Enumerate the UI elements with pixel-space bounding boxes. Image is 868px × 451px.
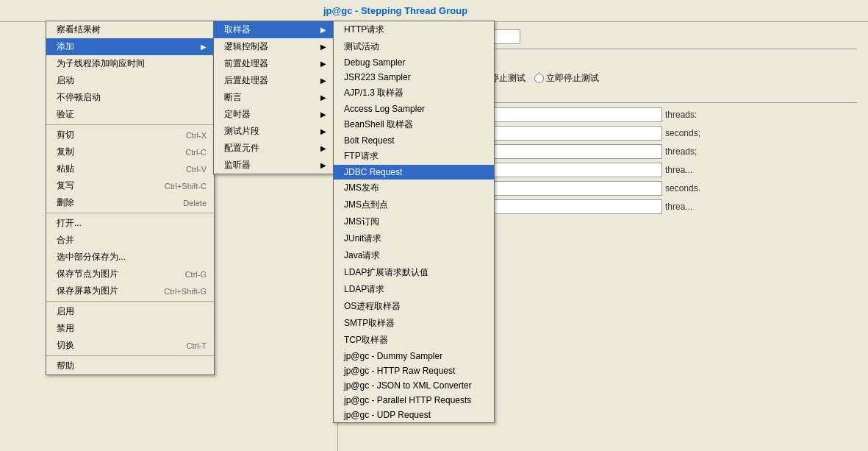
menu-test-activity[interactable]: 测试活动 — [334, 38, 494, 55]
menu-save-selection[interactable]: 选中部分保存为... — [46, 249, 214, 266]
thread-group-title: jp@gc - Stepping Thread Group — [323, 5, 467, 16]
menu-ftp-request[interactable]: FTP请求 — [334, 148, 494, 165]
sep-2 — [46, 213, 214, 213]
menu-config-arrow: ▶ — [320, 144, 326, 152]
param-unit-1: threads: — [665, 110, 697, 120]
menu-ldap-ext[interactable]: LDAP扩展请求默认值 — [334, 264, 494, 281]
menu-sampler-arrow: ▶ — [320, 26, 326, 34]
param-input-5[interactable] — [471, 181, 662, 196]
menu-http-request[interactable]: HTTP请求 — [334, 21, 494, 38]
menu-ajp-sampler[interactable]: AJP/1.3 取样器 — [334, 85, 494, 102]
menu-save-screen[interactable]: 保存屏幕为图片 Ctrl+Shift-G — [46, 283, 214, 299]
menu-json-xml[interactable]: jp@gc - JSON to XML Converter — [334, 378, 494, 393]
menu-ldap-request[interactable]: LDAP请求 — [334, 281, 494, 298]
top-bar: jp@gc - Stepping Thread Group — [0, 0, 868, 22]
menu-pre-processor[interactable]: 前置处理器 ▶ — [214, 55, 334, 72]
menu-post-processor[interactable]: 后置处理器 ▶ — [214, 72, 334, 89]
menu-http-raw[interactable]: jp@gc - HTTP Raw Request — [334, 363, 494, 378]
menu-jms-point[interactable]: JMS点到点 — [334, 196, 494, 213]
param-unit-6: threa... — [665, 202, 692, 212]
menu-sampler[interactable]: 取样器 ▶ — [214, 21, 334, 38]
menu-delete[interactable]: 删除 Delete — [46, 194, 214, 211]
menu-post-arrow: ▶ — [320, 77, 326, 85]
menu-help[interactable]: 帮助 — [46, 358, 214, 374]
sep-4 — [46, 355, 214, 356]
menu-timer[interactable]: 定时器 ▶ — [214, 106, 334, 123]
context-menu-2: 取样器 ▶ 逻辑控制器 ▶ 前置处理器 ▶ 后置处理器 ▶ 断言 ▶ 定时器 ▶… — [213, 21, 334, 174]
menu-no-stop-start[interactable]: 不停顿启动 — [46, 89, 214, 106]
sep-1 — [46, 124, 214, 125]
menu-logic-arrow: ▶ — [320, 43, 326, 51]
param-unit-3: threads; — [665, 146, 697, 157]
menu-view-results[interactable]: 察看结果树 — [46, 21, 214, 38]
param-unit-2: seconds; — [665, 128, 700, 138]
radio-stop-test-now[interactable]: 立即停止测试 — [534, 72, 599, 85]
menu-merge[interactable]: 合并 — [46, 232, 214, 249]
menu-assertion-arrow: ▶ — [320, 93, 326, 102]
menu-pre-arrow: ▶ — [320, 60, 326, 68]
menu-timer-arrow: ▶ — [320, 110, 326, 118]
menu-toggle[interactable]: 切换 Ctrl-T — [46, 337, 214, 354]
menu-assertion[interactable]: 断言 ▶ — [214, 89, 334, 106]
menu-listener-arrow: ▶ — [320, 161, 326, 169]
menu-tcp-sampler[interactable]: TCP取样器 — [334, 332, 494, 349]
param-input-6[interactable] — [471, 199, 662, 214]
menu-debug-sampler[interactable]: Debug Sampler — [334, 55, 494, 70]
sep-3 — [46, 301, 214, 302]
menu-add[interactable]: 添加 ▶ — [46, 38, 214, 55]
menu-smtp-sampler[interactable]: SMTP取样器 — [334, 315, 494, 332]
menu-jsr223-sampler[interactable]: JSR223 Sampler — [334, 70, 494, 85]
menu-os-process[interactable]: OS进程取样器 — [334, 298, 494, 315]
menu-open[interactable]: 打开... — [46, 215, 214, 232]
menu-redo[interactable]: 复写 Ctrl+Shift-C — [46, 177, 214, 194]
param-input-3[interactable] — [471, 144, 662, 159]
menu-junit-request[interactable]: JUnit请求 — [334, 230, 494, 247]
menu-start[interactable]: 启动 — [46, 72, 214, 89]
menu-listener[interactable]: 监听器 ▶ — [214, 157, 334, 174]
menu-add-arrow: ▶ — [201, 43, 207, 51]
param-input-4[interactable] — [471, 163, 662, 177]
context-menu-3: HTTP请求 测试活动 Debug Sampler JSR223 Sampler… — [333, 21, 495, 423]
menu-logic-controller[interactable]: 逻辑控制器 ▶ — [214, 38, 334, 55]
menu-dummy-sampler[interactable]: jp@gc - Dummy Sampler — [334, 349, 494, 363]
menu-save-as-image[interactable]: 保存节点为图片 Ctrl-G — [46, 266, 214, 283]
menu-jdbc-request[interactable]: JDBC Request — [334, 165, 494, 180]
menu-add-response-time[interactable]: 为子线程添加响应时间 — [46, 55, 214, 72]
menu-jms-publish[interactable]: JMS发布 — [334, 180, 494, 196]
menu-beanshell-sampler[interactable]: BeanShell 取样器 — [334, 116, 494, 133]
menu-enable[interactable]: 启用 — [46, 303, 214, 320]
menu-fragment-arrow: ▶ — [320, 127, 326, 135]
context-menu-1: 察看结果树 添加 ▶ 为子线程添加响应时间 启动 不停顿启动 验证 剪切 Ctr… — [46, 21, 215, 375]
param-unit-4: threa... — [665, 165, 692, 175]
menu-cut[interactable]: 剪切 Ctrl-X — [46, 127, 214, 143]
menu-config-element[interactable]: 配置元件 ▶ — [214, 140, 334, 157]
menu-paste[interactable]: 粘贴 Ctrl-V — [46, 160, 214, 177]
param-unit-5: seconds. — [665, 183, 700, 193]
menu-java-request[interactable]: Java请求 — [334, 247, 494, 264]
menu-bolt-request[interactable]: Bolt Request — [334, 133, 494, 148]
menu-disable[interactable]: 禁用 — [46, 320, 214, 337]
menu-jms-subscribe[interactable]: JMS订阅 — [334, 213, 494, 230]
menu-parallel-http[interactable]: jp@gc - Parallel HTTP Requests — [334, 393, 494, 408]
menu-udp-request[interactable]: jp@gc - UDP Request — [334, 408, 494, 422]
menu-access-log-sampler[interactable]: Access Log Sampler — [334, 102, 494, 116]
menu-test-fragment[interactable]: 测试片段 ▶ — [214, 123, 334, 140]
menu-validate[interactable]: 验证 — [46, 106, 214, 123]
menu-copy[interactable]: 复制 Ctrl-C — [46, 143, 214, 160]
param-input-2[interactable] — [471, 126, 662, 141]
param-input-1[interactable] — [471, 107, 662, 122]
